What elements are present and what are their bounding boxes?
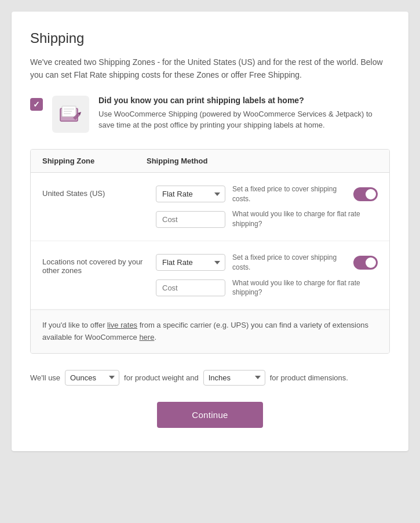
units-row: We'll use Ounces Pounds Kilograms Grams … bbox=[30, 370, 390, 386]
zone-label-1: United States (US) bbox=[42, 184, 147, 198]
method-select-2[interactable]: Flat Rate bbox=[156, 254, 225, 271]
promo-box: Did you know you can print shipping labe… bbox=[30, 96, 390, 133]
weight-select[interactable]: Ounces Pounds Kilograms Grams bbox=[65, 370, 119, 386]
shipping-label-icon bbox=[59, 104, 82, 125]
live-rates-box: If you'd like to offer live rates from a… bbox=[31, 310, 389, 353]
toggle-2[interactable] bbox=[353, 256, 378, 270]
promo-checkbox[interactable] bbox=[30, 98, 43, 111]
promo-body: Use WooCommerce Shipping (powered by Woo… bbox=[98, 108, 390, 131]
method-select-1[interactable]: Flat Rate bbox=[156, 186, 225, 202]
intro-text: We've created two Shipping Zones - for t… bbox=[30, 56, 390, 82]
units-prefix: We'll use bbox=[30, 373, 60, 382]
method-area-1: Flat Rate Set a fixed price to cover shi… bbox=[156, 184, 378, 229]
live-rates-here-link[interactable]: here bbox=[139, 333, 154, 342]
live-rates-before: If you'd like to offer bbox=[42, 321, 107, 329]
live-rates-link[interactable]: live rates bbox=[107, 321, 137, 329]
zone-label-2: Locations not covered by your other zone… bbox=[42, 253, 147, 275]
method-row-2: Flat Rate Set a fixed price to cover shi… bbox=[156, 253, 378, 273]
cost-input-2[interactable] bbox=[156, 279, 225, 296]
method-area-2: Flat Rate Set a fixed price to cover shi… bbox=[156, 253, 378, 297]
table-row: United States (US) Flat Rate Set a fixed… bbox=[31, 173, 389, 241]
method-row-1: Flat Rate Set a fixed price to cover shi… bbox=[156, 184, 378, 204]
promo-icon bbox=[52, 96, 89, 133]
cost-row-2: What would you like to charge for flat r… bbox=[156, 278, 378, 298]
shipping-card: Shipping We've created two Shipping Zone… bbox=[12, 12, 408, 451]
table-row-2: Locations not covered by your other zone… bbox=[31, 241, 389, 310]
promo-text: Did you know you can print shipping labe… bbox=[98, 96, 390, 131]
units-middle: for product weight and bbox=[124, 373, 199, 382]
bottom-section: We'll use Ounces Pounds Kilograms Grams … bbox=[30, 365, 390, 428]
table-header: Shipping Zone Shipping Method bbox=[31, 150, 389, 173]
live-rates-period: . bbox=[154, 333, 156, 342]
col-method-header: Shipping Method bbox=[147, 157, 378, 165]
row-content-2: Locations not covered by your other zone… bbox=[42, 253, 378, 297]
cost-row-1: What would you like to charge for flat r… bbox=[156, 209, 378, 229]
shipping-table: Shipping Zone Shipping Method United Sta… bbox=[30, 149, 390, 354]
col-zone-header: Shipping Zone bbox=[42, 157, 147, 165]
continue-button[interactable]: Continue bbox=[157, 402, 262, 428]
promo-heading: Did you know you can print shipping labe… bbox=[98, 96, 390, 105]
cost-description-1: What would you like to charge for flat r… bbox=[232, 209, 378, 229]
cost-input-1[interactable] bbox=[156, 211, 225, 228]
method-description-2: Set a fixed price to cover shipping cost… bbox=[232, 253, 346, 273]
cost-description-2: What would you like to charge for flat r… bbox=[232, 278, 378, 298]
toggle-1[interactable] bbox=[353, 187, 378, 201]
method-description-1: Set a fixed price to cover shipping cost… bbox=[232, 184, 346, 204]
page-title: Shipping bbox=[30, 30, 390, 46]
row-content-1: United States (US) Flat Rate Set a fixed… bbox=[42, 184, 378, 229]
units-suffix: for product dimensions. bbox=[270, 373, 348, 382]
dimension-select[interactable]: Inches Centimeters bbox=[203, 370, 265, 386]
